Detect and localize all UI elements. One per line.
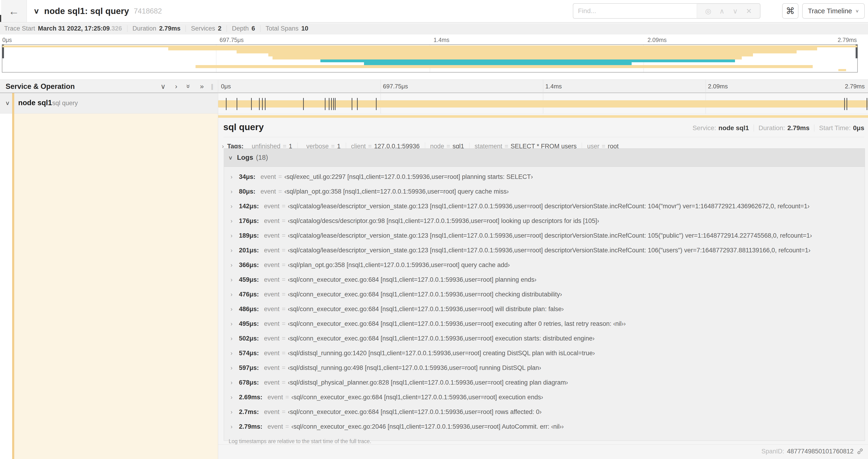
log-row[interactable]: › 176μs: event = ‹sql/catalog/descs/desc… [224,214,865,228]
log-equals: = [282,247,286,254]
ruler-tick-label: 2.09ms [648,37,666,43]
logs-title: Logs [237,154,253,161]
log-row[interactable]: › 678μs: event = ‹sql/distsql_physical_p… [224,375,865,390]
summary-value: March 31 2022, 17:25:09 [38,25,110,32]
log-row[interactable]: › 80μs: event = ‹sql/plan_opt.go:358 [ns… [224,184,865,199]
trace-title-wrap: ∨ node sql1: sql query 7418682 [33,0,162,22]
back-button[interactable]: ← [1,0,27,22]
summary-separator [260,25,260,32]
trace-title: node sql1: sql query [44,6,129,16]
log-marker-tick[interactable] [867,98,867,110]
logs-header[interactable]: ∨ Logs (18) [224,149,865,167]
log-equals: = [282,261,286,269]
log-timestamp: 459μs: [239,276,259,283]
chevron-right-icon: › [230,379,239,386]
log-field-value: ‹sql/catalog/lease/descriptor_version_st… [288,232,812,239]
log-timestamp: 34μs: [239,173,255,181]
log-marker-tick[interactable] [352,98,352,110]
span-duration-bar[interactable] [218,100,868,107]
log-timestamp: 2.69ms: [239,394,262,401]
log-timestamp: 189μs: [239,232,259,239]
keyboard-shortcuts-button[interactable]: ⌘ [782,3,799,19]
prev-result-icon[interactable]: ∧ [719,7,724,15]
log-marker-tick[interactable] [262,98,263,110]
minimap-span-bar [320,60,735,62]
log-marker-tick[interactable] [844,98,845,110]
log-row[interactable]: › 189μs: event = ‹sql/catalog/lease/desc… [224,228,865,243]
chevron-right-icon: › [230,408,239,415]
trace-collapse-icon[interactable]: ∨ [33,7,39,15]
log-row[interactable]: › 459μs: event = ‹sql/conn_executor_exec… [224,272,865,287]
clear-search-icon[interactable]: ✕ [746,7,752,15]
link-icon[interactable] [856,448,864,455]
span-detail-row: sql query Service: node sql1 Duration: 2… [0,113,868,459]
log-marker-tick[interactable] [333,98,334,110]
log-row[interactable]: › 142μs: event = ‹sql/catalog/lease/desc… [224,199,865,214]
summary-label: Trace Start [4,25,35,32]
log-equals: = [282,291,286,298]
trace-view-selector[interactable]: Trace Timeline ∨ [802,3,865,19]
expand-one-icon[interactable]: › [175,82,177,90]
log-marker-tick[interactable] [331,98,332,110]
log-equals: = [278,188,282,195]
log-marker-tick[interactable] [237,98,237,110]
log-equals: = [282,335,286,342]
log-marker-tick[interactable] [357,98,358,110]
log-marker-tick[interactable] [846,98,847,110]
log-field-value: ‹sql/exec_util.go:2297 [nsql1,client=127… [284,173,533,181]
log-row[interactable]: › 2.69ms: event = ‹sql/conn_executor_exe… [224,390,865,405]
next-result-icon[interactable]: ∨ [733,7,738,15]
span-collapse-icon[interactable]: ∨ [5,100,10,106]
log-row[interactable]: › 2.7ms: event = ‹sql/conn_executor_exec… [224,405,865,419]
summary-label: Duration [132,25,156,32]
log-row[interactable]: › 495μs: event = ‹sql/conn_executor_exec… [224,317,865,331]
log-timestamp: 597μs: [239,364,259,371]
log-row[interactable]: › 34μs: event = ‹sql/exec_util.go:2297 [… [224,170,865,184]
log-field-key: event [264,364,280,371]
log-row[interactable]: › 486μs: event = ‹sql/conn_executor_exec… [224,302,865,317]
ruler-tick-label: 2.79ms [845,83,865,90]
log-timestamp: 495μs: [239,320,259,327]
find-input[interactable] [573,3,697,19]
back-arrow-icon: ← [9,5,19,18]
log-marker-tick[interactable] [335,98,336,110]
log-row[interactable]: › 502μs: event = ‹sql/conn_executor_exec… [224,331,865,346]
log-field-value: ‹sql/conn_executor_exec.go:684 [nsql1,cl… [288,320,626,327]
log-marker-tick[interactable] [265,98,266,110]
log-marker-tick[interactable] [303,98,304,110]
span-service-name: node sql1 [18,99,52,107]
log-field-key: event [264,305,280,313]
summary-suffix: .326 [110,25,122,32]
log-row[interactable]: › 476μs: event = ‹sql/conn_executor_exec… [224,287,865,302]
duration-value: 2.79ms [787,124,809,132]
log-marker-tick[interactable] [259,98,260,110]
span-row[interactable]: ∨ node sql1 sql query [0,93,868,113]
log-marker-tick[interactable] [226,98,226,110]
log-row[interactable]: › 366μs: event = ‹sql/plan_opt.go:358 [n… [224,258,865,272]
trace-minimap[interactable] [2,44,858,72]
log-marker-tick[interactable] [376,98,377,110]
log-row[interactable]: › 597μs: event = ‹sql/distsql_running.go… [224,361,865,375]
ruler-tick-label: 2.79ms [838,37,857,43]
minimap-span-bar [168,47,817,51]
span-row-name-column[interactable]: ∨ node sql1 sql query [0,93,218,113]
span-row-timeline[interactable] [218,93,868,113]
locate-icon[interactable]: ◎ [705,7,711,15]
log-equals: = [285,394,289,401]
collapse-one-icon[interactable]: ∨ [160,82,166,91]
log-field-value: ‹sql/conn_executor_exec.go:684 [nsql1,cl… [288,305,564,313]
log-row[interactable]: › 574μs: event = ‹sql/distsql_running.go… [224,346,865,361]
chevron-right-icon: › [230,232,239,239]
log-timestamp: 476μs: [239,291,259,298]
log-marker-tick[interactable] [329,98,330,110]
log-marker-tick[interactable] [251,98,252,110]
collapse-all-icon[interactable]: » [185,85,192,88]
log-marker-tick[interactable] [325,98,326,110]
log-row[interactable]: › 2.79ms: event = ‹sql/conn_executor_exe… [224,419,865,434]
log-equals: = [278,173,282,181]
log-field-key: event [264,291,280,298]
log-row[interactable]: › 201μs: event = ‹sql/catalog/lease/desc… [224,243,865,258]
column-resizer-grip[interactable]: ∥ [211,83,214,90]
span-id-row: SpanID: 4877749850101760812 [762,448,864,455]
expand-all-icon[interactable]: » [200,82,204,90]
